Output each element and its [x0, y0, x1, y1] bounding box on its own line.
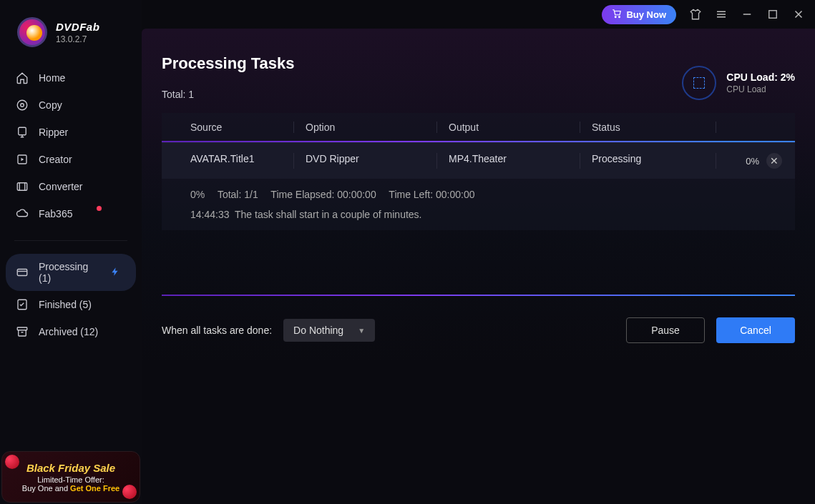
td-option: DVD Ripper [293, 153, 436, 169]
nav-separator [14, 240, 127, 241]
app-name: DVDFab [56, 21, 99, 33]
detail-elapsed: Time Elapsed: 00:00:00 [270, 189, 376, 200]
td-source: AVATAR.Title1 [162, 153, 293, 169]
td-status: Processing [580, 153, 716, 169]
promo-banner[interactable]: Black Friday Sale Limited-Time Offer: Bu… [1, 451, 140, 503]
home-icon [16, 71, 29, 84]
sidebar-item-label: Creator [39, 154, 126, 165]
chevron-down-icon: ▼ [358, 327, 365, 335]
archive-icon [16, 325, 29, 338]
bolt-icon [110, 267, 120, 279]
sidebar: DVDFab 13.0.2.7 Home Copy Ripper Creator… [0, 0, 142, 504]
sidebar-item-label: Converter [39, 181, 126, 192]
tasks-table: Source Option Output Status AVATAR.Title… [162, 113, 795, 230]
detail-percent: 0% [190, 189, 205, 200]
td-output: MP4.Theater [436, 153, 580, 169]
svg-rect-10 [769, 11, 777, 19]
th-option: Option [293, 122, 436, 133]
task-detail: 0% Total: 1/1 Time Elapsed: 00:00:00 Tim… [162, 179, 795, 230]
notification-dot-icon [97, 206, 102, 211]
chip-icon [693, 77, 705, 89]
sidebar-item-label: Ripper [39, 127, 126, 138]
cpu-load-widget: CPU Load: 2% CPU Load [682, 66, 795, 100]
cpu-load-value: CPU Load: 2% [726, 71, 795, 83]
sidebar-item-processing[interactable]: Processing (1) [6, 254, 136, 291]
detail-left: Time Left: 00:00:00 [389, 189, 474, 200]
th-actions [716, 122, 795, 133]
when-done-label: When all tasks are done: [162, 325, 272, 336]
creator-icon [16, 153, 29, 166]
sidebar-item-copy[interactable]: Copy [0, 92, 142, 119]
app-version: 13.0.2.7 [56, 34, 99, 44]
cart-icon [612, 9, 622, 21]
th-source: Source [162, 122, 293, 133]
maximize-icon[interactable] [766, 8, 779, 21]
logo-area: DVDFab 13.0.2.7 [0, 0, 142, 59]
cancel-button[interactable]: Cancel [716, 317, 795, 343]
cpu-load-label: CPU Load [726, 84, 795, 94]
processing-icon [16, 266, 29, 279]
table-header: Source Option Output Status [162, 113, 795, 142]
sidebar-item-label: Processing (1) [39, 261, 100, 284]
promo-line2: Buy One and Get One Free [22, 484, 119, 493]
cpu-ring-icon [682, 66, 716, 100]
main: Buy Now Processing Tasks Total: 1 CPU Lo… [142, 0, 815, 504]
sidebar-item-home[interactable]: Home [0, 64, 142, 92]
sidebar-item-label: Archived (12) [39, 326, 126, 337]
when-done-value: Do Nothing [293, 325, 343, 336]
content: Processing Tasks Total: 1 CPU Load: 2% C… [142, 29, 815, 504]
minimize-icon[interactable] [741, 8, 753, 21]
buy-now-label: Buy Now [626, 9, 666, 20]
sidebar-item-archived[interactable]: Archived (12) [0, 318, 142, 345]
shirt-icon[interactable] [689, 8, 702, 21]
svg-point-1 [21, 104, 24, 107]
log-message: The task shall start in a couple of minu… [235, 209, 421, 220]
svg-point-0 [17, 100, 27, 110]
log-time: 14:44:33 [190, 209, 230, 220]
converter-icon [16, 180, 29, 193]
sidebar-item-creator[interactable]: Creator [0, 146, 142, 173]
sidebar-item-label: Finished (5) [39, 299, 126, 310]
row-percent: 0% [746, 156, 759, 167]
svg-point-8 [615, 16, 617, 17]
th-status: Status [580, 122, 716, 133]
sidebar-item-converter[interactable]: Converter [0, 173, 142, 200]
sidebar-item-label: Fab365 [39, 208, 126, 219]
svg-rect-2 [19, 127, 26, 135]
footer: When all tasks are done: Do Nothing ▼ Pa… [162, 296, 795, 363]
svg-rect-5 [17, 270, 27, 276]
app-logo-icon [17, 17, 47, 47]
ripper-icon [16, 126, 29, 139]
pause-button[interactable]: Pause [626, 317, 705, 343]
sidebar-item-fab365[interactable]: Fab365 [0, 200, 142, 227]
nav-tasks: Processing (1) Finished (5) Archived (12… [0, 248, 142, 351]
buy-now-button[interactable]: Buy Now [602, 5, 676, 24]
total-count: Total: 1 [162, 89, 294, 100]
sidebar-item-label: Home [39, 72, 126, 84]
disc-icon [16, 99, 29, 112]
promo-line1: Limited-Time Offer: [37, 475, 104, 484]
check-list-icon [16, 298, 29, 311]
promo-title: Black Friday Sale [26, 462, 115, 474]
cloud-icon [16, 207, 29, 220]
nav-main: Home Copy Ripper Creator Converter Fab36… [0, 59, 142, 233]
sidebar-item-finished[interactable]: Finished (5) [0, 291, 142, 318]
detail-total: Total: 1/1 [218, 189, 258, 200]
titlebar: Buy Now [142, 0, 815, 29]
sidebar-item-label: Copy [39, 99, 126, 111]
svg-point-9 [619, 16, 620, 17]
th-output: Output [436, 122, 580, 133]
svg-rect-7 [17, 327, 27, 330]
svg-rect-4 [17, 183, 27, 191]
cancel-row-button[interactable]: ✕ [766, 153, 782, 169]
table-row[interactable]: AVATAR.Title1 DVD Ripper MP4.Theater Pro… [162, 142, 795, 179]
close-icon[interactable] [792, 8, 805, 21]
page-title: Processing Tasks [162, 54, 294, 73]
sidebar-item-ripper[interactable]: Ripper [0, 119, 142, 146]
menu-icon[interactable] [715, 8, 728, 21]
when-done-select[interactable]: Do Nothing ▼ [283, 319, 375, 342]
